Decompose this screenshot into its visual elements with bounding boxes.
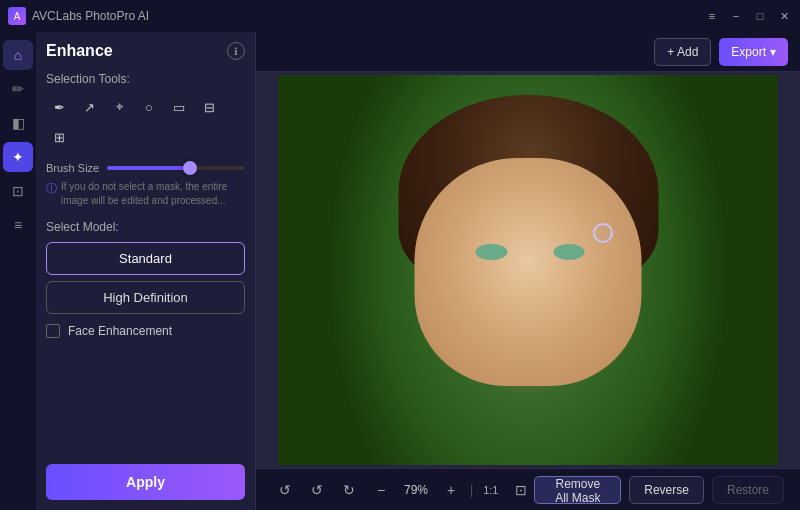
zoom-separator: | [470,483,473,497]
face-enhancement-row: Face Enhancement [46,324,245,338]
face-enhancement-checkbox[interactable] [46,324,60,338]
sidebar-title: Enhance [46,42,113,60]
nav-home[interactable]: ⌂ [3,40,33,70]
high-definition-model-btn[interactable]: High Definition [46,281,245,314]
titlebar: A AVCLabs PhotoPro AI ≡ − □ ✕ [0,0,800,32]
ratio-btn[interactable]: 1:1 [479,477,502,503]
brush-size-label: Brush Size [46,162,99,174]
close-btn[interactable]: ✕ [776,8,792,24]
eye-right [553,244,585,260]
skin-face [414,158,642,386]
menu-btn[interactable]: ≡ [704,8,720,24]
nav-icons: ⌂ ✏ ◧ ✦ ⊡ ≡ [0,32,36,510]
zoom-out-btn[interactable]: − [368,477,394,503]
zoom-in-btn[interactable]: + [438,477,464,503]
bottom-actions: Remove All Mask Reverse Restore [534,476,784,504]
selection-tools: ✒ ↗ ⌖ ○ ▭ ⊟ ⊞ [46,94,245,150]
zoom-percent: 79% [400,483,432,497]
restore-btn[interactable]: Restore [712,476,784,504]
brush-slider[interactable] [107,166,245,170]
circle-tool-btn[interactable]: ○ [136,94,162,120]
apply-button[interactable]: Apply [46,464,245,500]
export-chevron-icon: ▾ [770,45,776,59]
hint-text: ⓘ If you do not select a mask, the entir… [46,180,245,208]
plus-select-btn[interactable]: ⊞ [46,124,72,150]
image-area[interactable] [256,72,800,468]
reset-view-btn[interactable]: ↺ [272,477,298,503]
minimize-btn[interactable]: − [728,8,744,24]
zoom-controls: ↺ ↺ ↻ − 79% + | 1:1 ⊡ [272,477,534,503]
nav-adjust[interactable]: ⊡ [3,176,33,206]
nav-sliders[interactable]: ≡ [3,210,33,240]
standard-model-btn[interactable]: Standard [46,242,245,275]
rect-select-btn[interactable]: ▭ [166,94,192,120]
reverse-btn[interactable]: Reverse [629,476,704,504]
content-area: + Add Export ▾ [256,32,800,510]
selection-tools-label: Selection Tools: [46,72,245,86]
sidebar-header: Enhance ℹ [46,42,245,60]
lasso-tool-btn[interactable]: ⌖ [106,94,132,120]
face-enhancement-label: Face Enhancement [68,324,172,338]
minus-select-btn[interactable]: ⊟ [196,94,222,120]
brush-track-fill [107,166,190,170]
info-icon[interactable]: ℹ [227,42,245,60]
remove-all-mask-btn[interactable]: Remove All Mask [534,476,621,504]
pen-tool-btn[interactable]: ✒ [46,94,72,120]
top-bar: + Add Export ▾ [256,32,800,72]
image-frame [278,75,778,465]
brush-size-row: Brush Size [46,162,245,174]
face-layer [366,95,691,446]
portrait-background [278,75,778,465]
titlebar-left: A AVCLabs PhotoPro AI [8,7,149,25]
add-button[interactable]: + Add [654,38,711,66]
undo-btn[interactable]: ↺ [304,477,330,503]
app-title: AVCLabs PhotoPro AI [32,9,149,23]
redo-btn[interactable]: ↻ [336,477,362,503]
photo-canvas[interactable] [278,75,778,465]
app-icon: A [8,7,26,25]
bottom-toolbar: ↺ ↺ ↻ − 79% + | 1:1 ⊡ Remove All Mask Re… [256,468,800,510]
main-layout: ⌂ ✏ ◧ ✦ ⊡ ≡ Enhance ℹ Selection Tools: ✒… [0,32,800,510]
hint-icon: ⓘ [46,181,57,196]
nav-layers[interactable]: ◧ [3,108,33,138]
export-button[interactable]: Export ▾ [719,38,788,66]
brush-thumb[interactable] [183,161,197,175]
nav-brush[interactable]: ✏ [3,74,33,104]
sidebar: Enhance ℹ Selection Tools: ✒ ↗ ⌖ ○ ▭ ⊟ ⊞… [36,32,256,510]
select-model-label: Select Model: [46,220,245,234]
fit-btn[interactable]: ⊡ [508,477,534,503]
window-controls: ≡ − □ ✕ [704,8,792,24]
arrow-tool-btn[interactable]: ↗ [76,94,102,120]
nav-enhance[interactable]: ✦ [3,142,33,172]
maximize-btn[interactable]: □ [752,8,768,24]
eye-left [476,244,508,260]
